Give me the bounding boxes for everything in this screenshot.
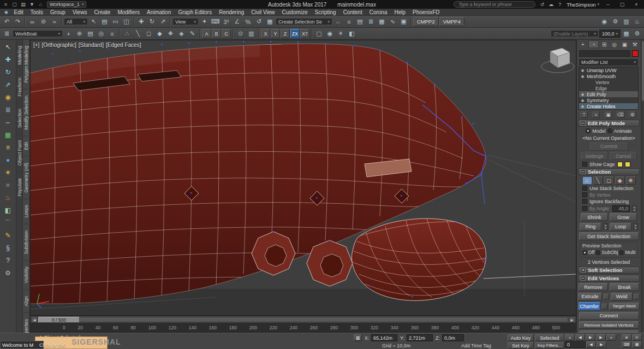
- select-and-scale-icon[interactable]: ⇗: [158, 16, 168, 27]
- ribbon-panel[interactable]: Modify Selection: [23, 90, 29, 136]
- cloud-icon[interactable]: ☁: [547, 2, 554, 7]
- move-icon[interactable]: ✚: [3, 55, 13, 64]
- camera-icon[interactable]: ⌗: [3, 180, 13, 190]
- named-views-icon[interactable]: ▢: [314, 28, 324, 39]
- settings-icon[interactable]: ⚙: [3, 268, 13, 278]
- polygon-tool-icon[interactable]: ◆: [154, 28, 165, 39]
- select-and-rotate-icon[interactable]: ↻: [147, 16, 157, 27]
- curve-editor-icon[interactable]: ∿: [387, 16, 398, 27]
- rollout-header[interactable]: − Edit Poly Mode: [578, 120, 640, 127]
- time-slider[interactable]: ◀ 0 / 500 ▶: [30, 316, 576, 323]
- ring-button[interactable]: Ring: [580, 223, 601, 231]
- camera-toggle-icon[interactable]: ◉: [325, 28, 335, 39]
- border-mode-icon[interactable]: ◻: [604, 176, 614, 185]
- button-a[interactable]: A: [202, 29, 211, 38]
- hierarchy-tab[interactable]: ⊞: [599, 40, 609, 48]
- paint-deform-icon[interactable]: ✎: [187, 28, 198, 39]
- element-mode-icon[interactable]: ❖: [626, 176, 636, 185]
- edge-mode-icon[interactable]: ╲: [593, 176, 603, 185]
- menu-item[interactable]: Civil View: [248, 9, 278, 16]
- ribbon-panel[interactable]: Subdivision: [23, 224, 29, 261]
- make-unique-icon[interactable]: ▣: [605, 111, 612, 118]
- render-setup-icon[interactable]: ⚙: [610, 16, 621, 27]
- boat-hull-model[interactable]: [31, 41, 576, 304]
- auto-key-button[interactable]: Auto Key: [508, 334, 534, 341]
- named-selection-set-dropdown[interactable]: Create Selection Se▾: [276, 18, 332, 25]
- keyboard-override-icon[interactable]: ⌨: [210, 16, 220, 27]
- ribbon-panel[interactable]: Loops: [23, 199, 29, 224]
- menu-item[interactable]: Edit: [10, 9, 27, 16]
- measure-icon[interactable]: ⌒: [3, 218, 13, 228]
- close-button[interactable]: ×: [631, 2, 642, 7]
- modifier-stack-row[interactable]: ◉ Symmetry: [579, 97, 638, 103]
- time-slider-button[interactable]: 0 / 500: [38, 317, 80, 323]
- rotate-icon[interactable]: ↻: [3, 67, 13, 77]
- cage-color-swatch[interactable]: [617, 162, 623, 167]
- menu-item[interactable]: PhoenixFD: [409, 9, 443, 16]
- help-icon[interactable]: ?: [3, 256, 13, 265]
- border-tool-icon[interactable]: ◻: [144, 28, 154, 39]
- button-b[interactable]: B: [212, 29, 221, 38]
- button-c[interactable]: C: [222, 29, 231, 38]
- expand-icon[interactable]: +: [581, 268, 586, 273]
- redo-icon[interactable]: ↷: [13, 16, 23, 27]
- viewport-shading-menu[interactable]: [Standard]: [79, 42, 104, 48]
- save-file-icon[interactable]: ▼: [28, 2, 35, 7]
- welcome-window-title[interactable]: Welcome to M: [0, 341, 44, 349]
- modifier-stack-row[interactable]: ◉ Create Holes: [579, 103, 638, 109]
- workspace-selector[interactable]: Workspace_1 ▾: [47, 1, 86, 8]
- rollout-header[interactable]: − Edit Vertices: [578, 275, 640, 282]
- search-input[interactable]: [454, 1, 535, 8]
- next-frame-button[interactable]: ▶: [596, 334, 606, 341]
- help-icon[interactable]: ?: [556, 2, 563, 7]
- go-to-start-button[interactable]: «: [565, 334, 575, 341]
- axis-z-button[interactable]: Z: [281, 29, 290, 38]
- shrink-button[interactable]: Shrink: [581, 213, 608, 221]
- window-crossing-icon[interactable]: ◫: [121, 16, 132, 27]
- menu-item[interactable]: Modifiers: [114, 9, 144, 16]
- spinner-icon[interactable]: ▾: [616, 32, 618, 36]
- edit-named-selections-icon[interactable]: ▦: [265, 16, 275, 27]
- reference-coordinate-dropdown[interactable]: View▾: [172, 18, 199, 25]
- menu-item[interactable]: Scripting: [311, 9, 339, 16]
- layers-icon[interactable]: ≣: [2, 28, 12, 39]
- axis-y-button[interactable]: Y: [271, 29, 280, 38]
- target-weld-button[interactable]: Target Weld: [609, 303, 640, 310]
- shade-selected-icon[interactable]: ◧: [347, 28, 357, 39]
- layers-icon[interactable]: ≣: [3, 105, 13, 115]
- modifier-visibility-icon[interactable]: ◉: [580, 74, 585, 79]
- modifier-visibility-icon[interactable]: ◉: [580, 98, 585, 103]
- previous-frame-button[interactable]: ◀: [575, 334, 585, 341]
- modifier-stack-row[interactable]: ◉ Edit Poly: [579, 91, 638, 97]
- spinner-icon[interactable]: ▴▾: [632, 205, 637, 212]
- previous-key-button[interactable]: ◀: [586, 341, 596, 348]
- remove-button[interactable]: Remove: [579, 283, 608, 291]
- sync-icon[interactable]: ↺: [539, 2, 546, 7]
- value-spinner[interactable]: 100,0 ▾: [599, 29, 621, 38]
- next-key-button[interactable]: ▶: [597, 341, 606, 348]
- modifier-visibility-icon[interactable]: ◉: [580, 68, 585, 73]
- time-slider-track[interactable]: [38, 317, 568, 322]
- add-to-layer-icon[interactable]: ⊕: [74, 28, 85, 39]
- isolate-toggle-icon[interactable]: ⊙: [632, 334, 642, 341]
- vertex-mode-icon[interactable]: ∴: [582, 176, 592, 185]
- align-icon[interactable]: ≡: [344, 16, 354, 27]
- select-and-move-icon[interactable]: ✚: [136, 16, 146, 27]
- vmpp4-button[interactable]: VMPP4: [439, 17, 464, 26]
- collapse-icon[interactable]: −: [581, 169, 586, 174]
- modifier-list-dropdown[interactable]: Modifier List ▾: [579, 58, 639, 66]
- polygon-mode-icon[interactable]: ◆: [615, 176, 625, 185]
- weld-settings-button[interactable]: [634, 294, 640, 299]
- light-toggle-icon[interactable]: ☀: [336, 28, 346, 39]
- chamfer-settings-button[interactable]: [602, 304, 607, 309]
- show-end-result-icon[interactable]: ≡: [592, 111, 600, 118]
- spinner-snap-icon[interactable]: ↺: [254, 16, 264, 27]
- render-production-icon[interactable]: ♨: [632, 16, 642, 27]
- axis-zx-button[interactable]: ZX: [290, 29, 300, 38]
- track-bar[interactable]: 0204060801001201401601802002202402602803…: [30, 323, 576, 333]
- viewport[interactable]: [+][Orthographic][Standard][Edged Faces]: [30, 40, 576, 316]
- layer-properties-icon[interactable]: ≡: [107, 28, 117, 39]
- modifier-visibility-icon[interactable]: ◉: [580, 104, 585, 109]
- extrude-button[interactable]: Extrude: [578, 293, 602, 301]
- key-filters-button[interactable]: Key Filters...: [535, 342, 564, 349]
